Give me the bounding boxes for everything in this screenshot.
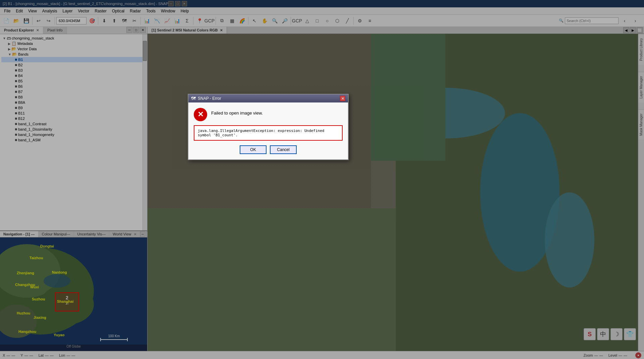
error-icon: ✕ [194, 108, 207, 121]
error-buttons: OK Cancel [194, 145, 343, 154]
error-body: ✕ Failed to open image view. java.lang.I… [188, 102, 348, 159]
error-detail-box: java.lang.IllegalArgumentException: expr… [194, 125, 343, 141]
error-message-text: Failed to open image view. [211, 108, 263, 116]
error-titlebar: 🗺 SNAP - Error ✕ [188, 94, 348, 102]
error-dialog: 🗺 SNAP - Error ✕ ✕ Failed to open image … [188, 94, 349, 160]
error-detail-text: java.lang.IllegalArgumentException: expr… [198, 129, 325, 137]
error-title: SNAP - Error [198, 96, 221, 101]
error-overlay: 🗺 SNAP - Error ✕ ✕ Failed to open image … [0, 0, 644, 359]
error-main-row: ✕ Failed to open image view. [194, 108, 343, 121]
error-cancel-button[interactable]: Cancel [270, 145, 297, 154]
error-close-button[interactable]: ✕ [340, 96, 345, 101]
error-ok-button[interactable]: OK [240, 145, 267, 154]
snap-logo-icon: 🗺 [191, 96, 196, 101]
